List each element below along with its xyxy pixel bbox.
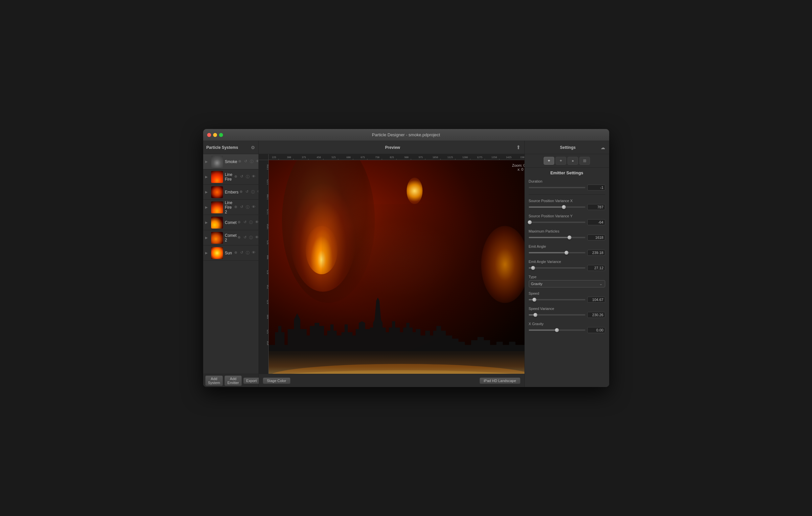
action-refresh-comet2[interactable]: ↺ (242, 235, 248, 240)
action-eye-sun[interactable]: 👁 (251, 250, 256, 255)
preview-canvas[interactable]: Zoom: 0.4x x: 0 y: 0 (269, 160, 524, 374)
emitanglevar-thumb[interactable] (531, 266, 535, 270)
xgravity-thumb[interactable] (555, 328, 559, 332)
system-item-sun[interactable]: ▶ Sun ⊕ ↺ ⓘ 👁 (203, 245, 258, 261)
particle-systems-gear[interactable]: ⚙ (251, 145, 255, 150)
thumb-sun (211, 247, 223, 259)
action-info-embers[interactable]: ⓘ (251, 189, 256, 194)
action-info-comet[interactable]: ⓘ (249, 220, 254, 225)
system-item-linefire2[interactable]: ▶ Line Fire 2 ⊕ ↺ ⓘ 👁 (203, 200, 258, 215)
export-icon[interactable]: ⬆ (516, 144, 521, 151)
maxparticles-value[interactable] (587, 235, 605, 240)
speed-value[interactable] (587, 297, 605, 303)
action-refresh-comet[interactable]: ↺ (242, 220, 248, 225)
duration-slider[interactable] (529, 187, 585, 188)
type-label: Type (529, 275, 605, 279)
maximize-button[interactable] (219, 133, 223, 137)
emitanglevar-slider[interactable] (529, 267, 585, 269)
minimize-button[interactable] (213, 133, 217, 137)
action-add-comet2[interactable]: ⊕ (237, 235, 242, 240)
action-info-linefire2[interactable]: ⓘ (245, 205, 251, 210)
right-panel: Settings ☁ ✦ ✦ ● ⊞ Emitter Settings Dura… (525, 141, 609, 387)
type-select[interactable]: Gravity Radial (529, 280, 605, 287)
particle-systems-header: Particle Systems ⚙ (203, 141, 258, 154)
action-info-linefire[interactable]: ⓘ (245, 174, 251, 179)
coords: x: 0 y: 0 (512, 168, 524, 171)
tab-color[interactable]: ● (568, 157, 578, 165)
maxparticles-track (529, 237, 570, 238)
emitangle-thumb[interactable] (564, 251, 569, 255)
emitangle-value[interactable] (587, 250, 605, 256)
action-eye-linefire[interactable]: 👁 (251, 174, 256, 179)
close-button[interactable] (207, 133, 211, 137)
action-eye-comet2[interactable]: 👁 (255, 235, 258, 240)
action-refresh-linefire[interactable]: ↺ (239, 174, 244, 179)
xgravity-value[interactable] (587, 327, 605, 333)
tab-layout[interactable]: ⊞ (579, 157, 590, 165)
speedvar-value[interactable] (587, 312, 605, 318)
system-item-smoke[interactable]: ▶ Smoke ⊕ ↺ ⓘ 👁 (203, 154, 258, 169)
preview-area[interactable]: 225 300 375 450 525 600 675 750 825 900 … (259, 154, 524, 374)
add-system-button[interactable]: Add System (205, 375, 223, 386)
svg-text:300: 300 (287, 156, 291, 159)
add-emitter-button[interactable]: Add Emitter (224, 375, 242, 386)
spvy-value[interactable] (587, 219, 605, 225)
action-eye-smoke[interactable]: 👁 (255, 159, 258, 164)
speed-thumb[interactable] (532, 298, 536, 302)
system-item-comet[interactable]: ▶ Comet ⊕ ↺ ⓘ 👁 (203, 215, 258, 230)
svg-text:525: 525 (331, 156, 336, 159)
action-add-sun[interactable]: ⊕ (233, 250, 238, 255)
action-add-comet[interactable]: ⊕ (237, 220, 242, 225)
action-eye-comet[interactable]: 👁 (255, 220, 258, 225)
emitanglevar-value[interactable] (587, 265, 605, 271)
maxparticles-thumb[interactable] (568, 236, 572, 240)
action-add-smoke[interactable]: ⊕ (237, 159, 242, 164)
duration-value[interactable] (587, 185, 605, 190)
system-item-embers[interactable]: ▶ Embers ⊕ ↺ ⓘ 👁 (203, 185, 258, 200)
speedvar-slider[interactable] (529, 314, 585, 315)
system-item-linefire[interactable]: ▶ Line Fire ⊕ ↺ ⓘ 👁 (203, 169, 258, 185)
system-name-embers: Embers (225, 190, 238, 194)
action-refresh-linefire2[interactable]: ↺ (239, 205, 244, 210)
tab-particles[interactable]: ✦ (544, 157, 554, 165)
skyline-silhouette (269, 160, 524, 374)
spvy-thumb[interactable] (528, 220, 532, 224)
setting-spvy: Source Position Variance Y (529, 214, 605, 225)
maxparticles-slider[interactable] (529, 237, 585, 238)
action-add-linefire[interactable]: ⊕ (233, 174, 238, 179)
action-refresh-smoke[interactable]: ↺ (243, 159, 249, 164)
action-info-comet2[interactable]: ⓘ (249, 235, 254, 240)
speedvar-thumb[interactable] (533, 313, 538, 317)
spvx-thumb[interactable] (562, 205, 566, 209)
speed-slider[interactable] (529, 299, 585, 300)
export-button[interactable]: Export (243, 377, 260, 384)
zoom-info: Zoom: 0.4x x: 0 y: 0 (512, 163, 524, 171)
action-eye-linefire2[interactable]: 👁 (251, 205, 256, 210)
spvx-value[interactable] (587, 204, 605, 210)
system-item-comet2[interactable]: ▶ Comet 2 ⊕ ↺ ⓘ 👁 (203, 230, 258, 245)
type-select-wrapper: Gravity Radial (529, 280, 605, 287)
action-refresh-sun[interactable]: ↺ (239, 250, 244, 255)
xgravity-slider[interactable] (529, 329, 585, 331)
spvy-slider[interactable] (529, 222, 585, 223)
action-info-smoke[interactable]: ⓘ (249, 159, 255, 164)
svg-text:1125: 1125 (447, 156, 453, 159)
setting-type: Type Gravity Radial (529, 275, 605, 287)
spvx-slider[interactable] (529, 206, 585, 208)
expand-arrow-comet: ▶ (205, 221, 209, 224)
device-selector-button[interactable]: iPad HD Landscape (480, 377, 521, 384)
emitangle-slider[interactable] (529, 252, 585, 253)
action-info-sun[interactable]: ⓘ (245, 250, 251, 255)
action-add-linefire2[interactable]: ⊕ (233, 205, 238, 210)
thumb-smoke (211, 156, 223, 168)
tab-emitter[interactable]: ✦ (556, 157, 566, 165)
stage-color-button[interactable]: Stage Color (263, 377, 291, 384)
thumb-embers (211, 186, 223, 198)
system-name-linefire: Line Fire (225, 172, 233, 182)
action-eye-embers[interactable]: 👁 (256, 189, 258, 194)
xgravity-label: X Gravity (529, 322, 605, 326)
system-actions-smoke: ⊕ ↺ ⓘ 👁 (237, 159, 258, 164)
action-add-embers[interactable]: ⊕ (238, 189, 244, 194)
action-refresh-embers[interactable]: ↺ (244, 189, 250, 194)
cloud-icon[interactable]: ☁ (601, 145, 605, 150)
